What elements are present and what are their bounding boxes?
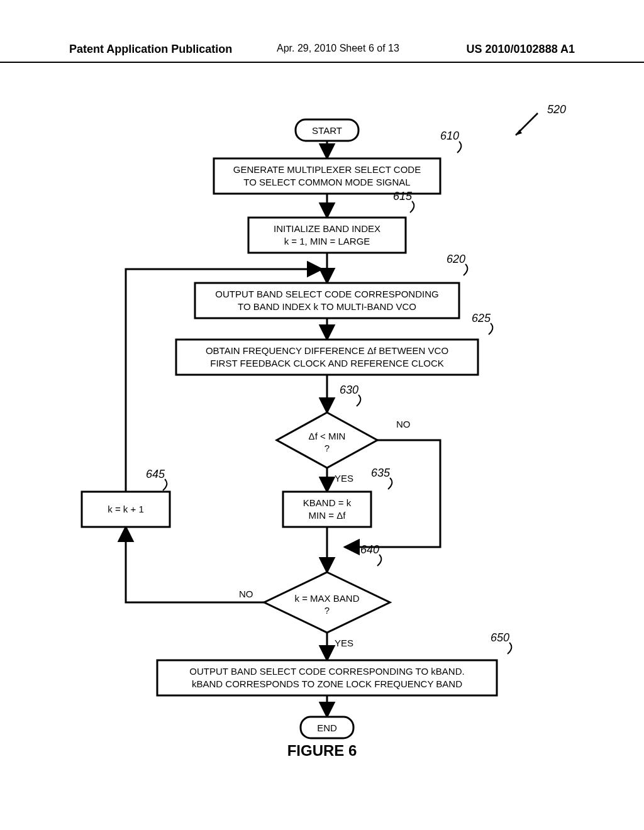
svg-text:FIRST FEEDBACK CLOCK AND REFER: FIRST FEEDBACK CLOCK AND REFERENCE CLOCK	[210, 358, 443, 368]
svg-text:k = 1, MIN = LARGE: k = 1, MIN = LARGE	[284, 236, 370, 246]
svg-text:k = MAX BAND: k = MAX BAND	[295, 593, 360, 604]
svg-text:KBAND = k: KBAND = k	[303, 497, 352, 508]
edge-630-no: NO	[396, 419, 411, 429]
svg-text:625: 625	[472, 312, 491, 324]
svg-text:OUTPUT BAND SELECT CODE CORRES: OUTPUT BAND SELECT CODE CORRESPONDING	[215, 289, 438, 299]
svg-text:MIN = Δf: MIN = Δf	[309, 510, 347, 521]
ref-650: 650	[491, 631, 511, 654]
svg-text:GENERATE MULTIPLEXER SELECT CO: GENERATE MULTIPLEXER SELECT CODE	[233, 164, 421, 175]
figure-caption: FIGURE 6	[0, 742, 644, 760]
svg-text:END: END	[317, 722, 337, 733]
svg-text:?: ?	[325, 443, 330, 453]
node-610: GENERATE MULTIPLEXER SELECT CODE TO SELE…	[214, 158, 440, 194]
ref-640: 640	[360, 543, 381, 566]
ref-645: 645	[146, 468, 167, 490]
flowchart-svg: 520 START 610 GENERATE MULTIPLEXER SELEC…	[0, 0, 644, 830]
svg-text:520: 520	[547, 103, 566, 116]
svg-text:650: 650	[491, 631, 509, 644]
svg-text:630: 630	[340, 384, 358, 396]
edge-640-yes: YES	[335, 638, 353, 648]
svg-text:620: 620	[447, 253, 465, 265]
svg-text:635: 635	[371, 467, 391, 479]
node-615: INITIALIZE BAND INDEX k = 1, MIN = LARGE	[248, 218, 406, 253]
ref-520: 520	[516, 103, 566, 135]
svg-text:kBAND CORRESPONDS TO ZONE LOCK: kBAND CORRESPONDS TO ZONE LOCK FREQUENCY…	[192, 678, 462, 689]
node-625: OBTAIN FREQUENCY DIFFERENCE Δf BETWEEN V…	[176, 340, 478, 375]
svg-text:START: START	[312, 125, 342, 136]
svg-text:OUTPUT BAND SELECT CODE CORRES: OUTPUT BAND SELECT CODE CORRESPONDING TO…	[189, 666, 464, 677]
svg-text:615: 615	[393, 190, 413, 202]
svg-text:TO SELECT COMMON MODE SIGNAL: TO SELECT COMMON MODE SIGNAL	[243, 177, 410, 187]
ref-635: 635	[371, 467, 392, 489]
node-635: KBAND = k MIN = Δf	[283, 492, 371, 527]
node-620: OUTPUT BAND SELECT CODE CORRESPONDING TO…	[195, 283, 459, 318]
svg-text:OBTAIN FREQUENCY DIFFERENCE Δf: OBTAIN FREQUENCY DIFFERENCE Δf BETWEEN V…	[206, 345, 448, 356]
node-645: k = k + 1	[82, 492, 170, 527]
ref-615: 615	[393, 190, 414, 213]
node-end: END	[301, 717, 353, 738]
edge-640-no: NO	[239, 589, 253, 599]
edge-630-yes: YES	[335, 473, 353, 484]
svg-text:TO BAND INDEX k TO MULTI-BAND : TO BAND INDEX k TO MULTI-BAND VCO	[238, 301, 416, 312]
node-start: START	[296, 119, 358, 141]
svg-text:645: 645	[146, 468, 165, 480]
svg-text:610: 610	[440, 130, 459, 142]
ref-630: 630	[340, 384, 360, 406]
svg-text:k = k + 1: k = k + 1	[108, 504, 144, 514]
ref-610: 610	[440, 130, 461, 153]
svg-text:?: ?	[325, 605, 330, 616]
svg-text:INITIALIZE BAND INDEX: INITIALIZE BAND INDEX	[274, 223, 380, 234]
node-630: Δf < MIN ?	[277, 412, 377, 468]
svg-text:Δf < MIN: Δf < MIN	[309, 431, 346, 441]
node-640: k = MAX BAND ?	[264, 572, 390, 633]
node-650: OUTPUT BAND SELECT CODE CORRESPONDING TO…	[157, 660, 497, 695]
ref-620: 620	[447, 253, 467, 275]
svg-text:640: 640	[360, 543, 379, 556]
ref-625: 625	[472, 312, 492, 335]
